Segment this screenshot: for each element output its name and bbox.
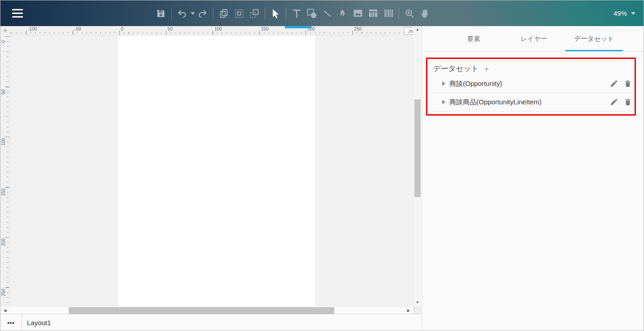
dataset-title: データセット <box>433 64 479 74</box>
dataset-row-opportunity[interactable]: 商談(Opportunity) <box>431 75 635 93</box>
dataset-row-label: 商談(Opportunity) <box>449 80 610 88</box>
hand-icon <box>419 8 431 19</box>
v-ruler-label: 250 <box>1 288 6 297</box>
dataset-header: データセット ＋ <box>422 63 644 75</box>
toolbar: 49% <box>0 0 644 26</box>
zoom-level-value: 49% <box>613 9 627 17</box>
undo-button[interactable] <box>174 4 190 22</box>
pencil-icon <box>610 80 618 88</box>
shape-icon <box>306 8 318 19</box>
h-ruler-label: -100 <box>28 27 37 31</box>
zoom-tool-button[interactable] <box>402 4 417 22</box>
scroll-up-icon[interactable]: ▲ <box>413 26 422 33</box>
h-ruler-label: 0 <box>121 27 124 31</box>
vertical-scrollbar[interactable]: ▲ ▼ <box>413 26 421 306</box>
copy-icon <box>218 8 229 19</box>
tab-layout1[interactable]: Layout1 <box>22 319 51 327</box>
pencil-icon <box>610 98 618 106</box>
marquee-select-icon <box>234 8 244 19</box>
scroll-right-icon[interactable]: ▶ <box>405 307 412 314</box>
undo-options-caret-icon[interactable] <box>191 12 195 15</box>
expand-caret-icon[interactable] <box>442 100 445 104</box>
zoom-caret-icon <box>631 12 635 15</box>
vertical-scroll-thumb[interactable] <box>414 99 421 197</box>
select-cursor-button[interactable] <box>268 4 283 22</box>
pen-tool-button[interactable] <box>335 4 350 22</box>
zoom-icon <box>404 8 415 19</box>
save-button[interactable] <box>153 4 169 22</box>
pen-icon <box>337 8 348 19</box>
toolbar-separator <box>399 8 399 19</box>
redo-button[interactable] <box>195 4 210 22</box>
trash-icon <box>624 80 632 88</box>
table-tool-button[interactable] <box>365 4 381 22</box>
image-icon <box>352 8 364 19</box>
line-icon <box>322 8 333 19</box>
h-ruler-label: 50 <box>168 27 173 31</box>
text-tool-button[interactable] <box>289 4 304 22</box>
toolbar-separator <box>265 8 265 19</box>
h-ruler-label: -50 <box>75 27 81 31</box>
trash-icon <box>624 98 632 106</box>
right-panel: 要素 レイヤー データセット データセット ＋ 商談(Opportunity) <box>422 26 644 331</box>
design-canvas[interactable] <box>10 36 413 306</box>
v-ruler-label: 150 <box>1 188 6 197</box>
shape-tool-button[interactable] <box>304 4 320 22</box>
toolbar-separator <box>213 8 213 19</box>
v-ruler-label: 100 <box>1 138 6 147</box>
redo-icon <box>198 9 208 18</box>
pan-tool-button[interactable] <box>417 4 432 22</box>
copy-button[interactable] <box>216 4 231 22</box>
scroll-down-icon[interactable]: ▼ <box>413 299 422 306</box>
paste-icon <box>249 8 260 19</box>
barcode-tool-button[interactable] <box>381 4 396 22</box>
marquee-select-button[interactable] <box>231 4 247 22</box>
panel-tab-bar: 要素 レイヤー データセット <box>422 26 644 52</box>
dataset-row-opportunitylineitem[interactable]: 商談商品(OpportunityLineItem) <box>431 93 635 112</box>
toolbar-separator <box>286 8 286 19</box>
tool-row <box>153 0 432 26</box>
tab-elements[interactable]: 要素 <box>444 26 504 51</box>
horizontal-ruler: -100 -50 0 50 100 150 200 250 mm <box>10 26 413 36</box>
tab-layers[interactable]: レイヤー <box>504 26 564 51</box>
add-dataset-button[interactable]: ＋ <box>482 64 491 73</box>
v-ruler-label: 200 <box>1 238 6 247</box>
ruler-corner-crosshair: + <box>0 26 10 36</box>
dataset-row-label: 商談商品(OpportunityLineItem) <box>449 98 610 107</box>
more-layouts-button[interactable]: ••• <box>0 319 22 326</box>
menu-icon[interactable] <box>12 9 23 18</box>
scroll-left-icon[interactable]: ◀ <box>1 307 9 314</box>
text-icon <box>291 8 302 19</box>
ruler-selection-highlight <box>285 26 311 28</box>
v-ruler-label: 50 <box>1 88 6 97</box>
edit-dataset-button[interactable] <box>610 98 618 106</box>
paste-in-place-button[interactable] <box>247 4 262 22</box>
undo-icon <box>177 9 187 18</box>
toolbar-separator <box>171 8 172 19</box>
h-ruler-label: 100 <box>214 27 222 31</box>
scrollbar-corner <box>413 306 421 314</box>
page-artboard[interactable] <box>118 36 315 306</box>
edit-dataset-button[interactable] <box>610 80 618 88</box>
horizontal-scroll-thumb[interactable] <box>69 307 334 314</box>
vertical-ruler: 0 50 100 150 200 250 <box>0 36 10 306</box>
cursor-icon <box>270 8 281 19</box>
table-icon <box>368 8 379 19</box>
image-tool-button[interactable] <box>350 4 365 22</box>
dataset-section: データセット ＋ 商談(Opportunity) <box>422 63 644 112</box>
line-tool-button[interactable] <box>320 4 335 22</box>
h-ruler-label: 150 <box>261 27 269 31</box>
h-ruler-label: 250 <box>354 27 362 31</box>
zoom-level-control[interactable]: 49% <box>613 0 635 26</box>
ruler-unit-button[interactable]: mm <box>404 27 413 35</box>
expand-caret-icon[interactable] <box>442 81 445 86</box>
tab-dataset[interactable]: データセット <box>564 26 624 51</box>
delete-dataset-button[interactable] <box>624 80 632 88</box>
horizontal-scrollbar[interactable]: ◀ ▶ <box>0 306 413 314</box>
delete-dataset-button[interactable] <box>624 98 632 106</box>
v-ruler-label: 0 <box>1 37 6 46</box>
layout-tab-bar: ••• Layout1 <box>0 314 422 331</box>
barcode-icon <box>383 8 394 19</box>
app-window: 49% + -100 -50 0 50 100 150 200 250 mm 0… <box>0 0 644 331</box>
